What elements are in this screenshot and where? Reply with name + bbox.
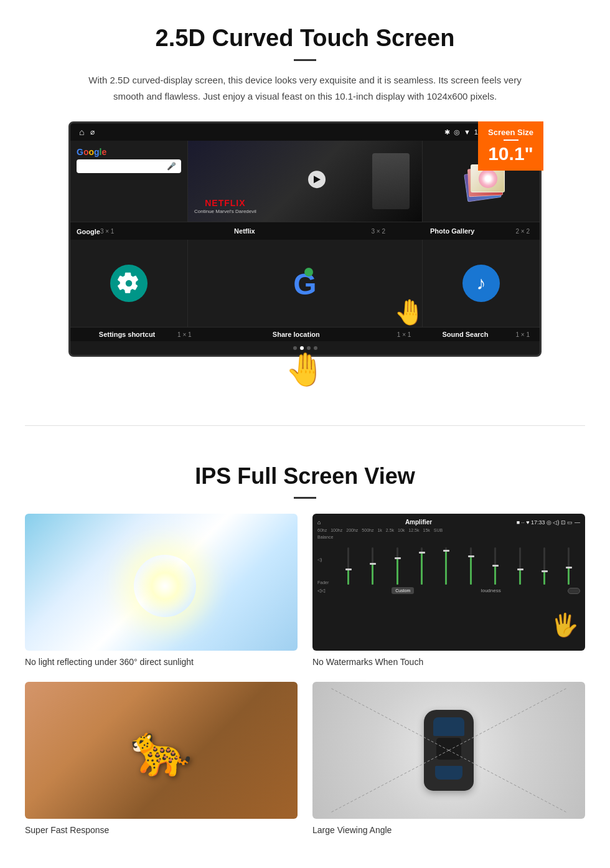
badge-divider	[504, 139, 518, 141]
sunlight-image	[25, 514, 298, 651]
play-button[interactable]	[308, 171, 326, 188]
google-logo: Google	[77, 147, 106, 157]
sunlight-image-box	[25, 514, 298, 651]
cheetah-silhouette: 🐆	[130, 721, 192, 780]
slider-thumb-3	[395, 557, 401, 559]
google-cell[interactable]: Google 🎤	[70, 141, 188, 222]
slider-track-10	[568, 547, 570, 585]
slider-thumb-5	[443, 550, 449, 552]
amp-title: Amplifier	[405, 519, 432, 526]
slider-fill-1	[347, 570, 349, 585]
section-curved: 2.5D Curved Touch Screen With 2.5D curve…	[0, 0, 610, 407]
slider-track-7	[494, 547, 496, 585]
dot-3[interactable]	[307, 346, 311, 350]
google-size-label: Google	[77, 225, 100, 237]
device-wrapper: Screen Size 10.1" ⌂ ⌀ ✱ ◎ ▼ 15:06 ⊡ ◁) ⊠	[68, 121, 542, 357]
slider-fill-10	[568, 568, 570, 585]
car-caption: Large Viewing Angle	[312, 825, 585, 835]
dot-4[interactable]	[314, 346, 317, 350]
google-maps-icon: G	[293, 265, 316, 302]
curved-description: With 2.5D curved-display screen, this de…	[87, 72, 523, 104]
cheetah-image-box: 🐆	[25, 682, 298, 819]
dot-1[interactable]	[293, 346, 297, 350]
slider-fill-9	[543, 572, 545, 585]
settings-icon	[110, 265, 148, 302]
slider-thumb-4	[419, 552, 425, 554]
slider-9	[533, 547, 555, 585]
slider-fill-8	[519, 570, 521, 585]
amplifier-image-box: ⌂ Amplifier ■ ·· ♥ 17:33 ◎ ◁) ⊡ ▭ — 60hz…	[312, 514, 585, 651]
location-icon: ◎	[454, 128, 460, 136]
amp-back-icon: ◁◁	[317, 588, 325, 593]
status-left: ⌂ ⌀	[79, 127, 95, 137]
sun-burst	[134, 555, 196, 617]
slider-thumb-7	[492, 565, 499, 567]
badge-size: 10.1"	[488, 143, 533, 164]
slider-10	[558, 547, 580, 585]
slider-fill-5	[445, 551, 447, 585]
slider-thumb-10	[566, 567, 572, 568]
section-ips: IPS Full Screen View No light reflecting…	[0, 445, 610, 854]
netflix-cell[interactable]: NETFLIX Continue Marvel's Daredevil	[188, 141, 423, 222]
slider-track-9	[543, 547, 545, 585]
car-image-box	[312, 682, 585, 819]
amp-freq-labels: 60hz100hz200hz500hz1k2.5k10k12.5k15kSUB	[317, 528, 580, 532]
app-row-1: Google 🎤	[70, 141, 540, 222]
slider-7	[484, 547, 507, 585]
photogallery-size: 2 × 2	[515, 228, 530, 235]
amp-custom-button[interactable]: Custom	[392, 587, 414, 594]
sound-size: 1 × 1	[515, 331, 530, 338]
amplifier-image: ⌂ Amplifier ■ ·· ♥ 17:33 ◎ ◁) ⊡ ▭ — 60hz…	[312, 514, 585, 651]
slider-track-4	[421, 547, 423, 585]
share-size: 1 × 1	[397, 331, 411, 338]
netflix-brand: NETFLIX	[194, 198, 256, 208]
slider-8	[509, 547, 531, 585]
bluetooth-icon: ✱	[444, 128, 450, 136]
ips-title: IPS Full Screen View	[25, 463, 585, 489]
netflix-bg: NETFLIX Continue Marvel's Daredevil	[188, 141, 422, 222]
share-location-cell[interactable]: G 🤚	[188, 240, 423, 327]
slider-6	[459, 547, 482, 585]
hand-area: 🤚	[37, 357, 573, 394]
slider-2	[362, 547, 384, 585]
slider-track-2	[372, 547, 373, 585]
slider-track-6	[470, 547, 472, 585]
amp-home-icon: ⌂	[317, 519, 321, 526]
wifi-icon: ▼	[464, 128, 471, 136]
usb-icon: ⌀	[90, 128, 95, 136]
google-size: 3 × 1	[100, 228, 115, 235]
netflix-app-label: Netflix	[118, 227, 371, 235]
netflix-label: NETFLIX Continue Marvel's Daredevil	[194, 198, 256, 214]
settings-app-label: Settings shortcut	[77, 331, 177, 338]
slider-fill-7	[494, 566, 496, 585]
amp-sliders-row	[337, 535, 580, 585]
slider-track-8	[519, 547, 521, 585]
mic-icon: 🎤	[167, 162, 176, 171]
amp-topbar: ⌂ Amplifier ■ ·· ♥ 17:33 ◎ ◁) ⊡ ▭ —	[317, 519, 580, 526]
flower-image	[479, 169, 497, 188]
home-icon[interactable]: ⌂	[79, 127, 84, 137]
google-search-bar[interactable]: 🎤	[77, 159, 181, 173]
status-bar: ⌂ ⌀ ✱ ◎ ▼ 15:06 ⊡ ◁) ⊠ ▭	[70, 123, 540, 141]
sound-app-label: Sound Search	[415, 331, 515, 338]
slider-4	[410, 547, 433, 585]
slider-5	[435, 547, 458, 585]
hand-pointing-icon: 🤚	[394, 298, 422, 327]
slider-1	[337, 547, 359, 585]
curved-divider	[294, 59, 316, 61]
ips-item-sunlight: No light reflecting under 360° direct su…	[25, 514, 298, 667]
ips-item-amplifier: ⌂ Amplifier ■ ·· ♥ 17:33 ◎ ◁) ⊡ ▭ — 60hz…	[312, 514, 585, 667]
amp-bottom-bar: ◁◁ Custom loudness	[317, 587, 580, 594]
settings-size: 1 × 1	[177, 331, 192, 338]
ips-divider	[294, 497, 316, 499]
google-app-label: Google	[77, 228, 100, 235]
dot-2[interactable]	[300, 346, 304, 350]
sound-search-cell[interactable]: ♪	[423, 240, 540, 327]
car-top-view	[424, 710, 474, 791]
car-rear-window	[435, 766, 462, 780]
settings-cell[interactable]	[70, 240, 188, 327]
amp-toggle[interactable]	[568, 588, 580, 594]
slider-track-3	[396, 547, 398, 585]
play-triangle-icon	[314, 176, 321, 183]
gear-svg-icon	[118, 272, 140, 295]
